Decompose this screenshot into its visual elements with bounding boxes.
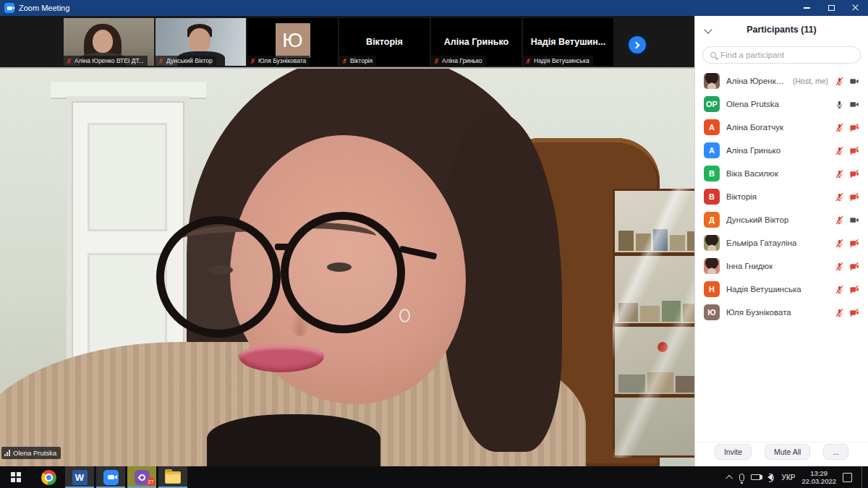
zoom-app-icon xyxy=(4,3,14,13)
viber-taskbar-icon[interactable]: 27 xyxy=(127,466,156,488)
word-taskbar-icon[interactable]: W xyxy=(65,466,94,488)
folder-icon xyxy=(165,471,181,484)
video-thumbnail-alina-yurenko[interactable]: Аліна Юренко ВТЕІ ДТ... xyxy=(64,18,154,66)
participant-row-dunskyi-viktor[interactable]: Д Дунський Віктор xyxy=(695,208,868,231)
system-tray: УКР 13:29 22.03.2022 xyxy=(728,466,868,488)
mic-status-icon xyxy=(835,239,844,248)
camera-status-icon xyxy=(849,262,859,271)
video-thumbnail-yulia-buznikovata[interactable]: Ю Юля Бузніковата xyxy=(247,18,338,66)
participant-row-nadiia-vetushynska[interactable]: Н Надія Ветушинська xyxy=(695,278,868,301)
mic-status-icon xyxy=(835,146,844,155)
hidden-icons-chevron[interactable] xyxy=(726,474,733,481)
mic-status-icon xyxy=(835,169,844,179)
avatar: В xyxy=(704,189,720,205)
avatar xyxy=(704,235,720,251)
avatar xyxy=(704,258,720,274)
next-page-arrow-button[interactable] xyxy=(626,34,648,56)
language-indicator[interactable]: УКР xyxy=(782,474,796,481)
camera-status-icon xyxy=(849,169,859,179)
video-filmstrip: Аліна Юренко ВТЕІ ДТ... Дунський Віктор … xyxy=(0,16,694,69)
search-icon xyxy=(710,52,716,58)
video-thumbnail-nadiia-vetushynska[interactable]: Надія Ветушин... Надія Ветушинська xyxy=(523,18,613,66)
search-input[interactable] xyxy=(720,51,853,59)
camera-status-icon xyxy=(849,239,859,248)
speaker-shirt xyxy=(207,414,380,466)
connection-signal-icon xyxy=(4,450,10,456)
round-glasses xyxy=(156,216,281,338)
minimize-button[interactable] xyxy=(794,0,819,16)
video-thumbnail-dunskyi-viktor[interactable]: Дунський Віктор xyxy=(156,18,246,66)
chrome-taskbar-icon[interactable] xyxy=(34,466,63,488)
camera-status-icon xyxy=(849,308,859,317)
avatar xyxy=(704,73,720,89)
main-video-olena-prutska[interactable]: Olena Prutska xyxy=(0,69,694,466)
camera-status-icon xyxy=(849,123,859,132)
video-thumbnail-viktoriia[interactable]: Вікторія Вікторія xyxy=(339,18,430,66)
participant-row-vika-vasyliuk[interactable]: В Віка Василюк xyxy=(695,162,868,185)
avatar: Н xyxy=(704,281,720,297)
mic-status-icon xyxy=(835,100,844,109)
avatar: А xyxy=(704,119,720,135)
show-desktop-strip[interactable] xyxy=(861,466,865,488)
mic-status-icon xyxy=(835,215,844,225)
participant-name: Юля Бузніковата xyxy=(726,308,791,317)
participants-panel-footer: Invite Mute All ... xyxy=(695,442,868,461)
clock[interactable]: 13:29 22.03.2022 xyxy=(801,469,836,485)
letter-avatar: Ю xyxy=(276,23,310,58)
speaker-name-label: Olena Prutska xyxy=(13,449,56,457)
volume-icon[interactable] xyxy=(767,474,773,481)
participant-search xyxy=(702,46,861,64)
chevron-right-icon xyxy=(633,41,640,48)
participant-row-viktoriia[interactable]: В Вікторія xyxy=(695,185,868,208)
earring xyxy=(399,309,410,322)
participant-row-olena-prutska[interactable]: OP Olena Prutska xyxy=(695,93,868,116)
participant-row-yulia-buznikovata[interactable]: Ю Юля Бузніковата xyxy=(695,301,868,324)
door-lintel xyxy=(51,82,206,98)
more-options-button[interactable]: ... xyxy=(823,444,848,460)
camera-status-icon xyxy=(849,146,859,155)
mic-status-icon xyxy=(835,77,844,86)
host-me-label: (Host, me) xyxy=(793,77,828,85)
invite-button[interactable]: Invite xyxy=(715,444,752,460)
chevron-down-icon[interactable] xyxy=(704,25,712,33)
mic-status-icon xyxy=(835,308,844,317)
thumbnail-name-badge: Вікторія xyxy=(339,56,376,66)
participant-name: Інна Гнидюк xyxy=(726,262,773,270)
participants-panel-header: Participants (11) xyxy=(695,16,868,43)
muted-mic-icon xyxy=(250,58,256,64)
avatar: Д xyxy=(704,212,720,228)
muted-mic-icon xyxy=(341,58,348,64)
participant-row-inna-hnydiuk[interactable]: Інна Гнидюк xyxy=(695,254,868,278)
participant-name: Olena Prutska xyxy=(726,100,779,108)
participant-name: Ельміра Гатауліна xyxy=(726,239,796,247)
camera-status-icon xyxy=(849,285,859,294)
video-thumbnail-alina-hrynko[interactable]: Аліна Гринько Аліна Гринько xyxy=(431,18,522,66)
maximize-button[interactable] xyxy=(819,0,843,16)
participant-row-alina-bohatchuk[interactable]: А Аліна Богатчук xyxy=(695,116,868,139)
avatar: А xyxy=(704,142,720,158)
word-icon: W xyxy=(72,470,88,485)
participants-panel: Participants (11) Аліна Юренко ВТЕІ ДТ..… xyxy=(694,16,868,466)
windows-taskbar: W 27 УКР 13:29 22.03.2022 xyxy=(0,466,868,488)
participant-name: Аліна Юренко ВТЕІ ДТ... xyxy=(726,77,786,85)
participant-row-elmira-hataullina[interactable]: Ельміра Гатауліна xyxy=(695,231,868,254)
windows-logo-icon xyxy=(11,472,21,482)
tray-mic-icon[interactable] xyxy=(739,474,744,481)
participant-name: Віка Василюк xyxy=(726,169,778,178)
file-explorer-taskbar-icon[interactable] xyxy=(158,466,187,488)
zoom-meeting-window: Zoom Meeting Аліна Юренко ВТЕІ ДТ... Дун… xyxy=(0,0,868,488)
close-button[interactable] xyxy=(843,0,868,16)
thumbnail-name-badge: Юля Бузніковата xyxy=(247,56,310,66)
muted-mic-icon xyxy=(433,58,440,64)
participant-name: Вікторія xyxy=(726,192,757,201)
mute-all-button[interactable]: Mute All xyxy=(765,444,810,460)
avatar: OP xyxy=(704,96,720,112)
participant-name: Дунський Віктор xyxy=(726,215,788,224)
zoom-taskbar-icon[interactable] xyxy=(96,466,125,488)
camera-status-icon xyxy=(849,100,859,109)
participant-row-alina-hrynko[interactable]: А Аліна Гринько xyxy=(695,139,868,162)
participant-row-alina-yurenko[interactable]: Аліна Юренко ВТЕІ ДТ... (Host, me) xyxy=(695,69,868,93)
action-center-icon[interactable] xyxy=(843,473,852,482)
mic-status-icon xyxy=(835,262,844,271)
start-button[interactable] xyxy=(0,466,32,488)
